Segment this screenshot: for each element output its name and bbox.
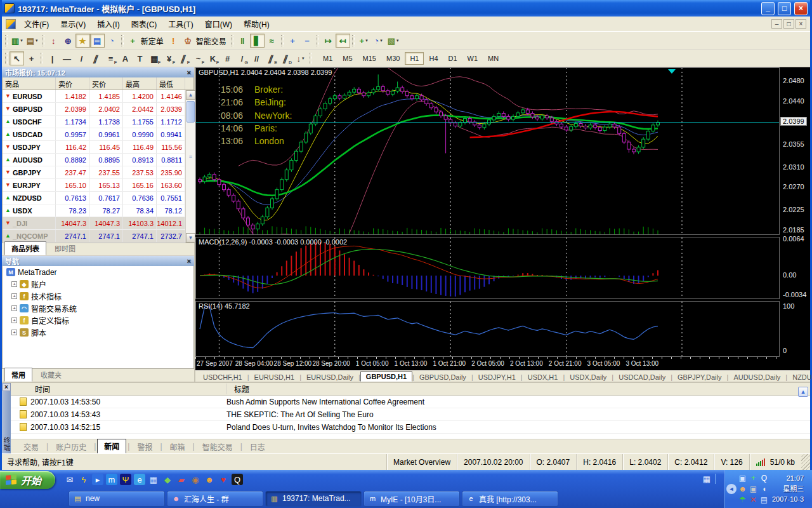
network-off-icon[interactable]: ▣	[750, 485, 757, 493]
gann-line-button[interactable]: /G	[235, 51, 249, 65]
mw-col-3[interactable]: 最高	[123, 77, 157, 90]
chart-tab-GBPJPY,Daily[interactable]: GBPJPY,Daily	[672, 373, 727, 382]
data-window-button[interactable]: ⊕	[61, 34, 75, 48]
periods-button[interactable]: ◔▾	[371, 34, 386, 48]
cycle-e-button[interactable]: ∥E	[264, 51, 278, 65]
chart-tab-USDX,Daily[interactable]: USDX,Daily	[565, 373, 612, 382]
keyboard-tray-icon[interactable]: ▦	[703, 474, 710, 484]
menu-item-6[interactable]: 帮助(H)	[238, 16, 275, 32]
chart-tab-USDCAD,Daily[interactable]: USDCAD,Daily	[613, 373, 671, 382]
scroll-thumb[interactable]	[187, 101, 195, 123]
mw-col-4[interactable]: 最低	[157, 77, 185, 90]
market-watch-row[interactable]: ▲USDCAD0.99570.99610.99900.9941	[3, 128, 185, 141]
macd-pane[interactable]: MACD(12,26,9) -0.0003 -0.0003 0.0000 -0.…	[195, 237, 780, 299]
line-chart-button[interactable]: ≈	[265, 34, 279, 48]
navigator-item-自定义指标[interactable]: +f自定义指标	[3, 314, 193, 326]
market-watch-row[interactable]: ▲USDCHF1.17341.17381.17551.1712	[3, 116, 185, 128]
terminal-tab-新闻[interactable]: 新闻	[97, 439, 126, 453]
fibo-channel-button[interactable]: ∥F	[176, 51, 191, 65]
globe-icon[interactable]: ◉	[190, 474, 201, 485]
news-row[interactable]: 2007.10.03 14:53:43THE SKEPTIC: The Art …	[11, 408, 810, 421]
expand-icon[interactable]: +	[11, 281, 17, 287]
text-button[interactable]: A	[118, 51, 133, 65]
qq-tray-icon[interactable]: Q	[761, 474, 767, 482]
chart-shift-button[interactable]: ↤	[336, 34, 350, 48]
tab-商品列表[interactable]: 商品列表	[4, 241, 46, 255]
cursor-button[interactable]: ↖	[10, 51, 24, 65]
mdi-restore-button[interactable]: □	[783, 19, 794, 29]
market-watch-row[interactable]: ▼_DJI14047.314047.314103.314012.1	[3, 217, 185, 230]
timeframe-m15[interactable]: M15	[358, 52, 381, 65]
fibo-expansion-button[interactable]: KF	[206, 51, 220, 65]
price-pane[interactable]: GBPUSD,H1 2.0404 2.0404 2.0398 2.0399 15…	[195, 67, 780, 235]
expert-advisors-button[interactable]: ♔	[181, 34, 195, 48]
expand-icon[interactable]: +	[11, 305, 17, 311]
chart-tab-USDX,H1[interactable]: USDX,H1	[523, 373, 563, 382]
expand-icon[interactable]: +	[11, 293, 17, 299]
media-player-icon[interactable]: ▸	[92, 474, 103, 485]
menu-item-5[interactable]: 窗口(W)	[199, 16, 238, 32]
timeframe-m30[interactable]: M30	[381, 52, 405, 65]
terminal-tab-账户历史[interactable]: 账户历史	[49, 440, 93, 453]
cycle-d-button[interactable]: ∥D	[278, 51, 293, 65]
timeframe-w1[interactable]: W1	[462, 52, 483, 65]
label-button[interactable]: T	[133, 51, 147, 65]
messenger-icon[interactable]: ☻	[738, 485, 747, 493]
navigator-item-智能交易系统[interactable]: +◠智能交易系统	[3, 302, 193, 314]
close-button[interactable]: ×	[794, 2, 808, 15]
menu-item-4[interactable]: 工具(T)	[162, 16, 199, 32]
trendline-button[interactable]: /	[74, 51, 89, 65]
new-order-button[interactable]: +	[126, 34, 140, 48]
painter-icon[interactable]: ▰	[176, 474, 187, 485]
channel-button[interactable]: ∥	[89, 51, 103, 65]
market-watch-row[interactable]: ▲AUDUSD0.88920.88950.89130.8811	[3, 154, 185, 166]
qq-icon[interactable]: Q	[232, 474, 243, 485]
terminal-tab-警报[interactable]: 警报	[131, 440, 159, 453]
navigator-root[interactable]: MMetaTrader	[3, 266, 193, 278]
timeframe-h1[interactable]: H1	[405, 52, 424, 65]
task-button-MyIE - [10月3日...[interactable]: mMyIE - [10月3日...	[363, 491, 460, 507]
chart-tab-NZDU[interactable]: NZDU	[787, 373, 812, 382]
tab-即时图[interactable]: 即时图	[48, 241, 82, 255]
scroll-down-icon[interactable]: ▼	[186, 233, 195, 243]
navigator-item-技术指标[interactable]: +f技术指标	[3, 290, 193, 302]
arrows-button[interactable]: ↓▾	[293, 51, 308, 65]
market-watch-row[interactable]: ▼GBPJPY237.47237.55237.53235.90	[3, 166, 185, 179]
chart-area[interactable]: GBPUSD,H1 2.0404 2.0404 2.0398 2.0399 15…	[195, 67, 810, 370]
market-watch-button[interactable]: ↕	[46, 34, 61, 48]
timeframe-h4[interactable]: H4	[424, 52, 443, 65]
tab-收藏夹[interactable]: 收藏夹	[34, 368, 69, 382]
fibonacci-button[interactable]: ≡F	[103, 51, 118, 65]
new-chart-button[interactable]: ▥▾	[10, 34, 25, 48]
tester-button[interactable]: ◔	[105, 34, 119, 48]
umbrella-icon[interactable]: ☂	[739, 496, 746, 504]
start-button[interactable]: 开始	[0, 471, 55, 489]
maxthon-icon[interactable]: m	[106, 474, 117, 485]
timeframe-m1[interactable]: M1	[318, 52, 337, 65]
autoscroll-button[interactable]: ↦	[321, 34, 336, 48]
market-watch-row[interactable]: ▲NZDUSD0.76130.76170.76360.7551	[3, 192, 185, 204]
mdi-close-button[interactable]: ×	[796, 19, 806, 29]
terminal-close-icon[interactable]: ×	[3, 383, 11, 391]
rsi-pane[interactable]: RSI(14) 45.7182	[195, 301, 780, 357]
chart-tab-USDJPY,H1[interactable]: USDJPY,H1	[473, 373, 521, 382]
menu-item-1[interactable]: 显示(V)	[55, 16, 91, 32]
navigator-button[interactable]: ★	[75, 34, 90, 48]
expand-icon[interactable]: +	[11, 330, 17, 335]
terminal-tab-邮箱[interactable]: 邮箱	[164, 440, 192, 453]
chart-tab-USDCHF,H1[interactable]: USDCHF,H1	[198, 373, 247, 382]
speedlines-button[interactable]: //	[249, 51, 264, 65]
antivirus-icon[interactable]: +	[751, 474, 756, 482]
news-row[interactable]: 2007.10.03 14:53:50Bush Admin Supports N…	[11, 396, 810, 408]
zoom-in-button[interactable]: +	[285, 34, 300, 48]
fibo-fan-button[interactable]: ¥F	[162, 51, 176, 65]
chart-tab-EURUSD,Daily[interactable]: EURUSD,Daily	[301, 373, 358, 382]
volume-icon[interactable]: ◖	[762, 485, 766, 493]
indicators-button[interactable]: +▾	[357, 34, 371, 48]
msn-icon[interactable]: ◆	[162, 474, 173, 485]
task-button-汇海人生 - 群[interactable]: ☻汇海人生 - 群	[167, 491, 263, 507]
terminal-button[interactable]: ▤	[90, 34, 105, 48]
mw-col-1[interactable]: 卖价	[56, 77, 89, 90]
tab-常用[interactable]: 常用	[4, 368, 32, 382]
horizontal-line-button[interactable]: —	[60, 51, 74, 65]
